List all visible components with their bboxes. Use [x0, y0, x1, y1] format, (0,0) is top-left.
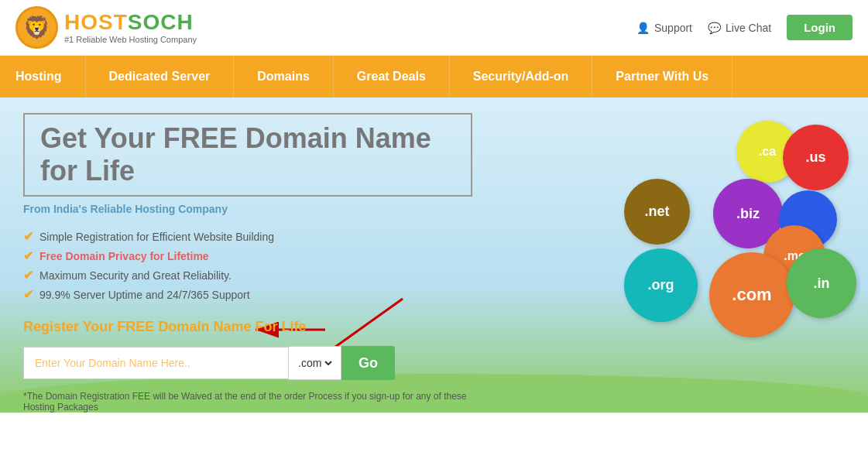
hero-section: Get Your FREE Domain Name for Life From …	[0, 98, 868, 413]
nav-item-hosting[interactable]: Hosting	[0, 56, 86, 98]
domain-bubbles: .ca.us.net.biz.me.org.com.in	[551, 121, 845, 368]
bubble-us: .us	[783, 125, 849, 190]
logo-brand: HOSTSOCH	[64, 12, 197, 33]
header: 🦁 HOSTSOCH #1 Reliable Web Hosting Compa…	[0, 0, 868, 56]
person-icon: 👤	[636, 22, 650, 34]
chat-icon: 💬	[708, 22, 721, 34]
hero-title-box: Get Your FREE Domain Name for Life	[23, 113, 472, 197]
nav-item-partner-with-us[interactable]: Partner With Us	[592, 56, 732, 98]
feature-1: ✔ Simple Registration for Efficient Webs…	[23, 229, 472, 244]
features-list: ✔ Simple Registration for Efficient Webs…	[23, 229, 472, 302]
feature-4: ✔ 99.9% Server Uptime and 24/7/365 Suppo…	[23, 287, 472, 302]
feature-2-text: Free Domain Privacy for Lifetime	[39, 250, 209, 262]
feature-4-text: 99.9% Server Uptime and 24/7/365 Support	[39, 289, 250, 301]
bubble-in: .in	[787, 248, 856, 318]
logo-soch: SOCH	[128, 10, 194, 34]
domain-input[interactable]	[23, 347, 288, 379]
logo-area: 🦁 HOSTSOCH #1 Reliable Web Hosting Compa…	[15, 6, 197, 49]
check-icon-1: ✔	[23, 229, 33, 244]
lion-icon: 🦁	[15, 6, 58, 49]
bubble-org: .org	[624, 248, 698, 322]
nav-item-domains[interactable]: Domains	[234, 56, 334, 98]
login-button[interactable]: Login	[787, 15, 853, 40]
nav-item-great-deals[interactable]: Great Deals	[334, 56, 450, 98]
bubble-com: .com	[709, 252, 794, 337]
domain-extension-selector[interactable]: .com .net .org .in .biz	[288, 346, 341, 380]
header-right: 👤 Support 💬 Live Chat Login	[636, 15, 853, 40]
domain-select[interactable]: .com .net .org .in .biz	[295, 356, 335, 370]
go-button[interactable]: Go	[341, 346, 395, 380]
bubble-net: .net	[624, 179, 690, 245]
disclaimer-text: *The Domain Registration FEE will be Wai…	[23, 391, 472, 413]
domain-form: .com .net .org .in .biz Go	[23, 346, 395, 380]
nav-item-dedicated-server[interactable]: Dedicated Server	[86, 56, 235, 98]
feature-3-text: Maximum Security and Great Reliability.	[39, 269, 232, 282]
feature-3: ✔ Maximum Security and Great Reliability…	[23, 268, 472, 282]
support-link[interactable]: 👤 Support	[636, 22, 692, 34]
nav-item-security-addon[interactable]: Security/Add-on	[450, 56, 593, 98]
feature-1-text: Simple Registration for Efficient Websit…	[39, 231, 274, 243]
feature-2: ✔ Free Domain Privacy for Lifetime	[23, 248, 472, 263]
livechat-label: Live Chat	[726, 22, 771, 34]
hero-subtitle: From India's Reliable Hosting Company	[23, 203, 472, 215]
logo-tagline: #1 Reliable Web Hosting Company	[64, 35, 197, 44]
livechat-link[interactable]: 💬 Live Chat	[708, 22, 771, 34]
support-label: Support	[654, 22, 692, 34]
check-icon-3: ✔	[23, 268, 33, 282]
logo-host: HOST	[64, 10, 128, 34]
logo-text: HOSTSOCH #1 Reliable Web Hosting Company	[64, 12, 197, 44]
check-icon-2: ✔	[23, 248, 33, 263]
main-nav: Hosting Dedicated Server Domains Great D…	[0, 56, 868, 98]
hero-title: Get Your FREE Domain Name for Life	[40, 122, 455, 187]
register-title: Register Your FREE Domain Name For Life	[23, 319, 472, 335]
check-icon-4: ✔	[23, 287, 33, 302]
